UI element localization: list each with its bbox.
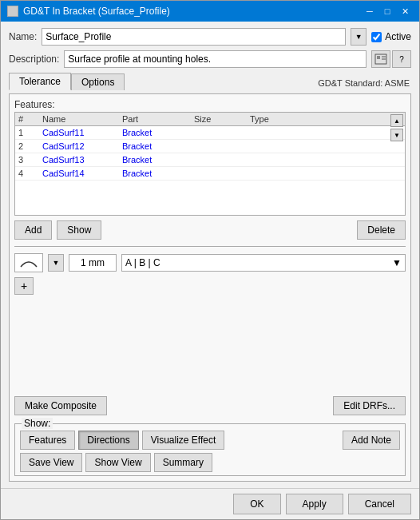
main-panel: Features: # Name Part Size Type 1 CadSur… [9,93,411,482]
window-icon [7,6,18,17]
cell-num: 3 [18,155,42,165]
active-checkbox-row: Active [371,31,411,42]
cell-size [194,169,250,178]
col-num: # [18,114,42,124]
features-table: # Name Part Size Type 1 CadSurf11 Bracke… [14,112,406,216]
name-input[interactable] [42,28,346,46]
features-show-btn[interactable]: Features [20,431,75,450]
datum-dropdown[interactable]: A | B | C ▼ [121,254,406,272]
name-label: Name: [9,31,37,42]
cell-type [250,128,402,137]
help-icon-btn[interactable]: ? [392,50,411,68]
cell-size [194,128,250,137]
cell-size [194,155,250,165]
make-composite-button[interactable]: Make Composite [14,396,107,415]
features-section: Features: # Name Part Size Type 1 CadSur… [14,99,406,216]
ok-button[interactable]: OK [233,494,280,514]
add-row-btn[interactable]: + [14,277,34,295]
description-label: Description: [9,54,59,65]
surface-profile-icon[interactable] [14,253,43,272]
visualize-effect-btn[interactable]: Visualize Effect [142,431,225,450]
table-header: # Name Part Size Type [15,113,405,126]
scroll-up-btn[interactable]: ▲ [390,114,403,127]
summary-btn[interactable]: Summary [154,453,212,472]
title-bar: GD&T In Bracket (Surface_Profile) ─ □ ✕ [1,1,419,22]
make-composite-row: Make Composite Edit DRFs... [14,396,406,415]
add-note-btn[interactable]: Add Note [343,431,400,450]
datum-value: A | B | C [125,257,160,268]
cell-type [250,155,402,165]
cell-part[interactable]: Bracket [122,169,194,178]
cell-name[interactable]: CadSurf14 [42,169,122,178]
cell-num: 1 [18,128,42,137]
plus-row: + [14,277,406,295]
save-view-btn[interactable]: Save View [20,453,82,472]
cell-name[interactable]: CadSurf11 [42,128,122,137]
cell-name[interactable]: CadSurf12 [42,141,122,151]
table-row[interactable]: 2 CadSurf12 Bracket [15,140,405,153]
edit-drfs-button[interactable]: Edit DRFs... [333,396,406,415]
cell-part[interactable]: Bracket [122,141,194,151]
maximize-button[interactable]: □ [379,4,395,18]
features-label: Features: [14,99,406,110]
show-group: Show: Features Directions Visualize Effe… [14,423,406,476]
show-view-btn[interactable]: Show View [85,453,150,472]
table-row[interactable]: 1 CadSurf11 Bracket [15,126,405,140]
spacer [14,300,406,388]
col-type: Type [250,114,402,124]
table-row[interactable]: 4 CadSurf14 Bracket [15,167,405,181]
svg-rect-1 [377,56,380,59]
show-group-label: Show: [22,418,53,429]
scroll-down-btn[interactable]: ▼ [390,129,403,141]
scroll-buttons: ▲ ▼ [390,113,403,141]
name-row: Name: ▼ Active [9,28,411,46]
cell-part[interactable]: Bracket [122,128,194,137]
tab-options[interactable]: Options [71,73,125,90]
divider-1 [14,246,406,247]
gdt-standard-label: GD&T Standard: ASME [318,76,411,90]
table-row[interactable]: 3 CadSurf13 Bracket [15,153,405,167]
content-area: Name: ▼ Active Description: [1,22,419,488]
feature-action-row: Add Show Delete [14,220,406,240]
desc-icon-buttons: ? [371,50,411,68]
show-buttons-row-1: Features Directions Visualize Effect Add… [20,431,400,450]
cell-name[interactable]: CadSurf13 [42,155,122,165]
cell-type [250,169,402,178]
show-button[interactable]: Show [57,220,101,240]
description-row: Description: ? [9,50,411,68]
minimize-button[interactable]: ─ [362,4,378,18]
cell-size [194,141,250,151]
surface-dropdown-btn[interactable]: ▼ [48,254,64,272]
window-title: GD&T In Bracket (Surface_Profile) [23,6,170,17]
directions-show-btn[interactable]: Directions [78,431,138,450]
description-input[interactable] [64,50,367,68]
show-buttons-row-2: Save View Show View Summary [20,453,400,472]
datum-dropdown-arrow: ▼ [392,257,402,268]
name-dropdown-btn[interactable]: ▼ [351,28,367,46]
delete-button[interactable]: Delete [357,220,406,240]
cell-type [250,141,402,151]
cell-part[interactable]: Bracket [122,155,194,165]
bottom-bar: OK Apply Cancel [1,488,419,519]
cancel-button[interactable]: Cancel [348,494,411,514]
feature-icon-btn[interactable] [371,50,390,68]
cell-num: 2 [18,141,42,151]
close-button[interactable]: ✕ [397,4,413,18]
tolerance-value-input[interactable] [69,254,117,272]
col-name: Name [42,114,122,124]
tabs-row: Tolerance Options GD&T Standard: ASME [9,73,411,90]
col-size: Size [194,114,250,124]
tab-tolerance[interactable]: Tolerance [9,73,71,90]
active-checkbox[interactable] [371,32,382,42]
col-part: Part [122,114,194,124]
main-window: GD&T In Bracket (Surface_Profile) ─ □ ✕ … [0,0,420,520]
cell-num: 4 [18,169,42,178]
title-bar-controls: ─ □ ✕ [362,4,413,18]
apply-button[interactable]: Apply [286,494,343,514]
tolerance-row: ▼ A | B | C ▼ [14,253,406,272]
active-label: Active [385,31,411,42]
add-button[interactable]: Add [14,220,52,240]
